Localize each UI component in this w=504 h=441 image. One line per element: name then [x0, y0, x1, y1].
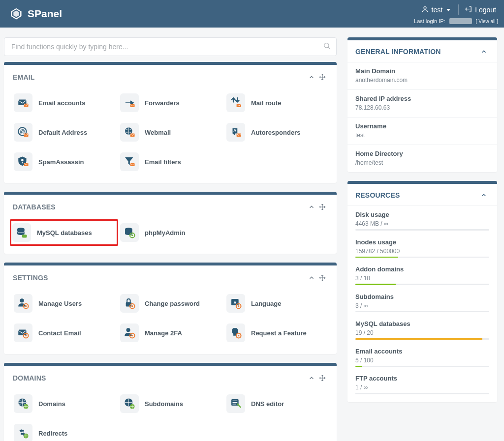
- logo[interactable]: SPanel: [10, 7, 62, 20]
- resource-value: 1 / ∞: [355, 384, 489, 391]
- tool-manage-2fa[interactable]: Manage 2FA: [117, 321, 223, 345]
- tool-label: Mail route: [251, 99, 281, 107]
- tool-mail-route[interactable]: Mail route: [223, 90, 330, 115]
- resource-label: Disk usage: [355, 211, 489, 218]
- mail-route-icon: [226, 93, 245, 112]
- resource-row: Addon domains3 / 10: [347, 261, 497, 288]
- tool-email-filters[interactable]: Email filters: [117, 149, 223, 174]
- move-icon[interactable]: [317, 202, 328, 212]
- move-icon[interactable]: [317, 272, 328, 283]
- collapse-icon[interactable]: [306, 202, 317, 212]
- resource-row: Inodes usage159782 / 500000: [347, 234, 497, 261]
- gi-label: Home Directory: [355, 150, 489, 157]
- progress-bar: [355, 366, 489, 367]
- spamassassin-icon: [14, 152, 32, 171]
- svg-point-39: [238, 335, 239, 336]
- svg-point-21: [131, 235, 133, 236]
- section-title: DATABASES: [13, 203, 56, 211]
- gi-value: test: [355, 132, 489, 139]
- default-address-icon: @: [14, 123, 32, 142]
- last-login-label: Last login IP:: [414, 18, 445, 24]
- tool-dns-editor[interactable]: DNS editor: [223, 391, 330, 416]
- resource-row: Disk usage4463 MB / ∞: [347, 206, 497, 234]
- svg-point-0: [424, 7, 426, 9]
- progress-bar: [355, 284, 489, 285]
- svg-rect-3: [24, 104, 29, 107]
- gi-value: 78.128.60.63: [355, 104, 489, 111]
- tool-webmail[interactable]: Webmail: [117, 120, 223, 145]
- section-email: EMAIL Email accountsForwardersMail route…: [4, 62, 337, 183]
- tool-label: MySQL databases: [37, 229, 92, 236]
- move-icon[interactable]: [317, 373, 328, 383]
- tool-default-address[interactable]: @Default Address: [11, 120, 117, 145]
- logout-button[interactable]: Logout: [463, 3, 498, 16]
- tool-change-password[interactable]: Change password: [117, 291, 223, 316]
- collapse-icon[interactable]: [478, 46, 489, 57]
- section-title: SETTINGS: [13, 274, 48, 282]
- resource-row: FTP accounts1 / ∞: [347, 370, 497, 397]
- svg-point-27: [131, 305, 133, 307]
- user-menu[interactable]: test: [417, 3, 455, 16]
- svg-point-24: [25, 305, 27, 307]
- tool-label: Domains: [38, 400, 65, 408]
- svg-point-34: [25, 335, 27, 336]
- svg-rect-32: [18, 330, 26, 335]
- redirects-icon: [14, 424, 32, 441]
- gi-label: Shared IP address: [355, 95, 489, 102]
- tool-email-accounts[interactable]: Email accounts: [11, 90, 117, 115]
- progress-bar: [355, 393, 489, 394]
- tool-label: Email filters: [145, 158, 181, 166]
- resource-row: MySQL databases19 / 20: [347, 315, 497, 343]
- tool-subdomains[interactable]: Subdomains: [117, 391, 223, 416]
- tool-label: Manage 2FA: [145, 329, 182, 337]
- tool-label: Change password: [145, 300, 200, 307]
- resource-label: Subdomains: [355, 293, 489, 300]
- view-all-link[interactable]: [ View all ]: [476, 19, 498, 24]
- forwarders-icon: [120, 93, 139, 112]
- tool-autoresponders[interactable]: AAutoresponders: [223, 120, 330, 145]
- tool-manage-users[interactable]: Manage Users: [11, 291, 117, 316]
- gi-row: Home Directory/home/test: [347, 145, 497, 172]
- collapse-icon[interactable]: [306, 272, 317, 283]
- resource-value: 4463 MB / ∞: [355, 220, 489, 227]
- move-icon[interactable]: [317, 72, 328, 83]
- contact-email-icon: [14, 323, 32, 342]
- tool-label: Request a Feature: [251, 329, 307, 337]
- collapse-icon[interactable]: [306, 373, 317, 383]
- collapse-icon[interactable]: [478, 190, 489, 201]
- gi-row: Usernametest: [347, 118, 497, 145]
- search-input[interactable]: [4, 37, 337, 56]
- resource-value: 3 / ∞: [355, 302, 489, 309]
- resource-label: Addon domains: [355, 265, 489, 273]
- tool-redirects[interactable]: Redirects: [11, 421, 117, 441]
- svg-rect-5: [237, 104, 241, 107]
- tool-contact-email[interactable]: Contact Email: [11, 321, 117, 345]
- tool-phpmyadmin[interactable]: phpMyAdmin: [117, 220, 223, 245]
- tool-label: SpamAssassin: [38, 158, 84, 166]
- tool-request-feature[interactable]: Request a Feature: [223, 321, 330, 345]
- section-settings: SETTINGS Manage UsersChange passwordALan…: [4, 263, 337, 354]
- tool-domains[interactable]: Domains: [11, 391, 117, 416]
- tool-forwarders[interactable]: Forwarders: [117, 90, 223, 115]
- resource-value: 19 / 20: [355, 329, 489, 336]
- resource-label: Email accounts: [355, 348, 489, 355]
- tool-spamassassin[interactable]: SpamAssassin: [11, 149, 117, 174]
- topbar: SPanel test Logout Last login IP: [ Vie: [0, 0, 504, 28]
- phpmyadmin-icon: [120, 223, 139, 242]
- side-title: GENERAL INFORMATION: [355, 48, 441, 56]
- svg-point-35: [126, 328, 130, 332]
- tool-language[interactable]: ALanguage: [223, 291, 330, 316]
- logo-icon: [10, 7, 23, 20]
- resource-label: FTP accounts: [355, 375, 489, 382]
- gi-row: Main Domainanotherdomain.com: [347, 62, 497, 90]
- search-wrap: [4, 37, 337, 56]
- section-databases: DATABASES MySQL databasesphpMyAdmin: [4, 192, 337, 254]
- tool-label: phpMyAdmin: [145, 229, 185, 236]
- resource-row: Subdomains3 / ∞: [347, 288, 497, 316]
- collapse-icon[interactable]: [306, 72, 317, 83]
- progress-bar: [355, 257, 489, 258]
- svg-text:A: A: [233, 300, 236, 305]
- svg-rect-16: [130, 163, 135, 166]
- tool-mysql-databases[interactable]: MySQL databases: [10, 219, 118, 246]
- svg-point-1: [324, 43, 329, 48]
